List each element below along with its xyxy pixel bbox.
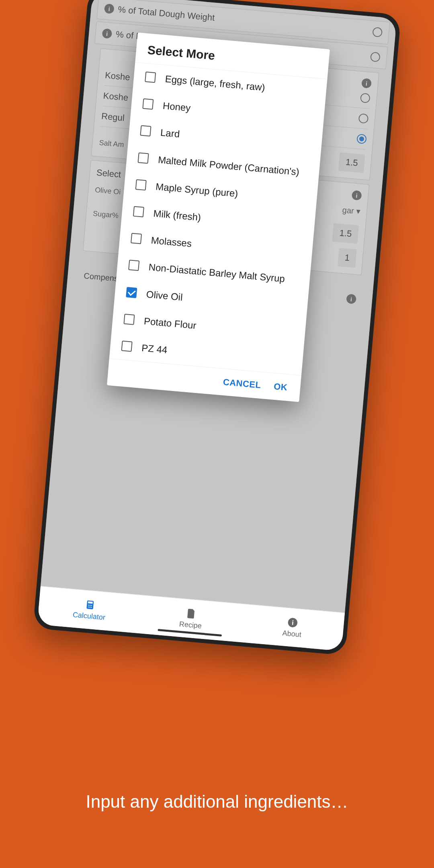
- cancel-button[interactable]: CANCEL: [223, 377, 262, 391]
- radio-selected[interactable]: [356, 134, 367, 144]
- checkbox[interactable]: [123, 313, 135, 325]
- document-icon: [185, 608, 197, 620]
- ok-button[interactable]: OK: [273, 381, 288, 393]
- option-label: Koshe: [104, 70, 130, 82]
- sugar-pct-label: Sugar%: [92, 209, 119, 220]
- checkbox-label: Honey: [162, 99, 191, 114]
- checkbox[interactable]: [135, 179, 147, 190]
- sugar-value[interactable]: 1.5: [332, 223, 359, 244]
- bottom-nav: Calculator Recipe i About: [37, 586, 345, 651]
- checkbox-label: Olive Oil: [146, 288, 183, 303]
- salt-amount-label: Salt Am: [99, 138, 125, 149]
- checkbox-label: Eggs (large, fresh, raw): [165, 72, 266, 94]
- nav-label: Recipe: [179, 620, 202, 631]
- info-icon: i: [287, 616, 299, 628]
- marketing-caption: Input any additional ingredients…: [0, 792, 434, 812]
- olive-label: Olive Oi: [94, 186, 121, 196]
- checkbox-label: Lard: [160, 126, 180, 140]
- checkbox-label: PZ 44: [141, 342, 168, 356]
- nav-label: About: [282, 629, 302, 639]
- checkbox[interactable]: [126, 287, 137, 298]
- sugar-dropdown[interactable]: gar ▾: [342, 205, 360, 216]
- checkbox[interactable]: [131, 233, 142, 244]
- checkbox-label: Milk (fresh): [153, 207, 201, 223]
- salt-value[interactable]: 1.5: [338, 152, 365, 173]
- checkbox-label: Molasses: [150, 234, 192, 250]
- info-icon[interactable]: i: [361, 78, 372, 88]
- checkbox-label: Non-Diastatic Barley Malt Syrup: [148, 261, 286, 285]
- checkbox[interactable]: [142, 98, 154, 110]
- checkbox[interactable]: [133, 206, 144, 217]
- info-icon[interactable]: i: [104, 4, 115, 14]
- nav-about[interactable]: i About: [240, 604, 345, 651]
- checkbox[interactable]: [140, 125, 151, 137]
- info-icon[interactable]: i: [102, 28, 112, 39]
- checkbox[interactable]: [128, 260, 139, 271]
- radio-unselected[interactable]: [358, 113, 368, 124]
- nav-label: Calculator: [72, 611, 106, 622]
- calculator-icon: [84, 599, 96, 611]
- checkbox[interactable]: [138, 152, 149, 164]
- option-label: Regul: [101, 111, 125, 123]
- extra-value[interactable]: 1: [338, 248, 357, 268]
- option-label: % of Total Dough Weight: [118, 4, 215, 23]
- info-icon[interactable]: i: [352, 190, 362, 201]
- checkbox-label: Potato Flour: [143, 315, 197, 332]
- dialog-list[interactable]: Eggs (large, fresh, raw)HoneyLardMalted …: [109, 62, 328, 376]
- checkbox[interactable]: [145, 72, 156, 83]
- checkbox-label: Maple Syrup (pure): [155, 180, 238, 200]
- radio-unselected[interactable]: [372, 27, 383, 37]
- option-label: Koshe: [103, 90, 129, 103]
- info-icon[interactable]: i: [346, 294, 356, 304]
- checkbox-label: Malted Milk Powder (Carnation's): [158, 153, 300, 178]
- nav-calculator[interactable]: Calculator: [37, 586, 142, 633]
- select-label: Select: [96, 168, 121, 180]
- radio-unselected[interactable]: [360, 93, 371, 103]
- checkbox[interactable]: [121, 340, 133, 352]
- nav-recipe[interactable]: Recipe: [139, 595, 244, 642]
- select-more-dialog: Select More Eggs (large, fresh, raw)Hone…: [107, 33, 330, 402]
- radio-unselected[interactable]: [370, 52, 381, 62]
